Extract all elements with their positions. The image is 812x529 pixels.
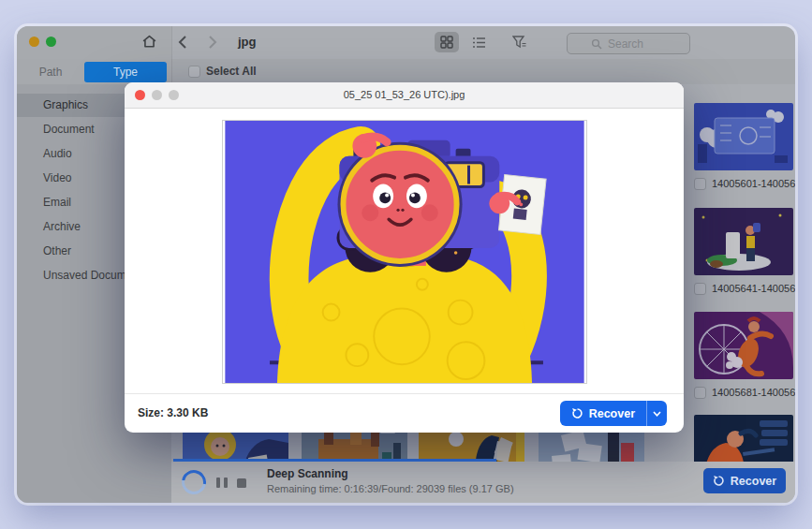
- scan-status-bar: Deep Scanning Remaining time: 0:16:39/Fo…: [171, 462, 795, 503]
- file-thumbnail[interactable]: [694, 103, 793, 170]
- chevron-down-icon: [653, 411, 661, 417]
- file-thumbnail[interactable]: [694, 312, 793, 379]
- recover-dropdown-button[interactable]: [646, 401, 667, 426]
- recover-icon: [713, 475, 725, 487]
- modal-close-button[interactable]: [135, 90, 145, 100]
- search-field[interactable]: [567, 33, 690, 54]
- modal-footer: Size: 3.30 KB Recover: [125, 393, 684, 433]
- scan-status-text: Deep Scanning: [267, 467, 348, 480]
- file-checkbox[interactable]: [694, 178, 706, 190]
- scan-progress-track: [173, 459, 795, 462]
- select-all-label: Select All: [206, 65, 257, 78]
- file-name: 14005641-140056: [712, 283, 795, 294]
- recover-icon: [571, 407, 583, 419]
- tab-bar: Path Type Select All: [17, 59, 795, 85]
- modal-zoom-button: [169, 90, 179, 100]
- tab-path[interactable]: Path: [17, 62, 84, 82]
- modal-traffic-lights: [135, 90, 179, 100]
- zoom-light[interactable]: [46, 37, 56, 47]
- tab-type[interactable]: Type: [84, 62, 167, 82]
- file-row[interactable]: 14005641-140056: [694, 281, 795, 296]
- stop-button[interactable]: [237, 478, 246, 488]
- traffic-lights: [29, 37, 56, 47]
- search-input[interactable]: [606, 37, 666, 51]
- modal-titlebar[interactable]: 05_25 01_53_26 UTC).jpg: [125, 82, 684, 109]
- file-name: 14005601-140056: [712, 178, 795, 189]
- file-checkbox[interactable]: [694, 283, 706, 295]
- modal-recover-button[interactable]: Recover: [560, 401, 667, 426]
- recover-button[interactable]: Recover: [703, 468, 786, 493]
- file-thumbnail[interactable]: [694, 415, 793, 462]
- scan-details-text: Remaining time: 0:16:39/Found: 29039 fil…: [267, 483, 514, 494]
- select-all-control[interactable]: Select All: [188, 65, 257, 78]
- toolbar-divider: [171, 26, 172, 84]
- home-icon[interactable]: [141, 34, 157, 53]
- forward-icon[interactable]: [208, 36, 217, 52]
- modal-recover-main[interactable]: Recover: [560, 401, 646, 426]
- list-view-button[interactable]: [466, 32, 491, 52]
- pause-button[interactable]: [216, 478, 228, 488]
- modal-recover-label: Recover: [589, 407, 635, 420]
- filter-icon[interactable]: [508, 32, 532, 52]
- file-row[interactable]: 14005601-140056: [694, 176, 795, 191]
- back-icon[interactable]: [178, 36, 187, 52]
- grid-view-button[interactable]: [435, 32, 459, 52]
- file-checkbox[interactable]: [694, 387, 706, 399]
- file-row[interactable]: 14005681-140056: [694, 385, 795, 400]
- minimize-light[interactable]: [29, 37, 39, 47]
- scan-spinner-icon: [177, 465, 211, 499]
- file-size-label: Size: 3.30 KB: [138, 406, 208, 419]
- scan-progress-fill: [173, 459, 496, 462]
- modal-title: 05_25 01_53_26 UTC).jpg: [125, 82, 684, 108]
- preview-image: [222, 120, 587, 384]
- search-icon: [591, 38, 602, 50]
- location-title: jpg: [238, 35, 257, 49]
- file-name: 14005681-140056: [712, 387, 795, 398]
- recover-button-label: Recover: [731, 475, 776, 488]
- preview-modal: 05_25 01_53_26 UTC).jpg: [125, 82, 684, 433]
- toolbar: jpg: [17, 26, 795, 59]
- modal-minimize-button: [152, 90, 162, 100]
- file-thumbnail[interactable]: [694, 208, 793, 275]
- select-all-checkbox[interactable]: [188, 66, 200, 78]
